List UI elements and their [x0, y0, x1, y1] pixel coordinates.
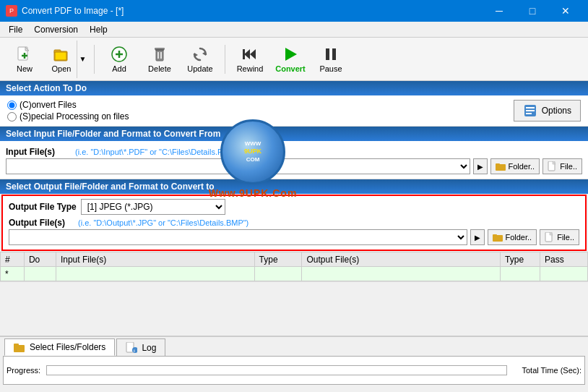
output-section: Output File Type [1] JPEG (*.JPG)[2] PNG…	[1, 195, 587, 251]
main-container: P Convert PDF to Image - [*] ─ □ ✕ File …	[0, 0, 588, 392]
maximize-button[interactable]: □	[516, 0, 549, 22]
tab-select-files[interactable]: Select Files/Folders	[4, 338, 115, 356]
svg-rect-11	[156, 50, 163, 61]
new-icon	[16, 46, 33, 63]
output-arrow-btn[interactable]: ▶	[470, 229, 485, 245]
output-file-label: File..	[557, 233, 574, 242]
input-folder-btn[interactable]: Folder..	[490, 158, 540, 174]
tab-select-files-label: Select Files/Folders	[30, 342, 105, 352]
pause-label: Pause	[319, 64, 342, 73]
tab-log[interactable]: i Log	[116, 338, 165, 356]
rewind-button[interactable]: Rewind	[231, 41, 269, 78]
options-button[interactable]: Options	[514, 100, 581, 122]
menu-file[interactable]: File	[3, 23, 28, 36]
folder-tab-icon	[14, 341, 25, 353]
open-button-group: Open ▼	[46, 41, 88, 78]
cell-input	[56, 267, 254, 281]
input-file-label: File..	[560, 162, 577, 171]
col-do: Do	[24, 252, 56, 267]
menu-bar: File Conversion Help	[0, 22, 588, 38]
total-time-label: Total Time (Sec):	[522, 366, 581, 375]
svg-rect-6	[55, 52, 66, 60]
input-file-dropdown[interactable]	[6, 158, 470, 174]
svg-rect-21	[326, 48, 329, 60]
svg-rect-22	[332, 48, 336, 60]
cell-num: *	[1, 267, 25, 281]
output-field-row: Output File(s) (i.e. "D:\Output\*.JPG" o…	[9, 218, 579, 228]
open-button[interactable]: Open	[46, 41, 77, 78]
pause-icon	[322, 46, 340, 63]
col-pass: Pass	[540, 252, 588, 267]
delete-icon	[151, 46, 168, 63]
title-bar-left: P Convert PDF to Image - [*]	[6, 5, 124, 17]
delete-label: Delete	[148, 64, 171, 73]
update-icon	[191, 46, 209, 63]
svg-rect-26	[526, 113, 532, 114]
add-button[interactable]: Add	[100, 41, 138, 78]
output-file-btn[interactable]: File..	[540, 229, 579, 245]
output-section-header: Select Output File/Folder and Format to …	[0, 179, 588, 194]
input-section: Input File(s) (i.e. "D:\Input\*.PDF" or …	[0, 141, 588, 179]
bottom-panel: Select Files/Folders i Log Progress: Tot…	[0, 336, 588, 392]
output-folder-label: Folder..	[505, 233, 532, 242]
pause-button[interactable]: Pause	[312, 41, 350, 78]
output-input-row: ▶ Folder.. File..	[9, 229, 579, 245]
input-field-hint: (i.e. "D:\Input\*.PDF" or "C:\Files\Deta…	[75, 148, 582, 156]
col-input: Input File(s)	[56, 252, 254, 267]
convert-files-label: (C)onvert Files	[20, 100, 77, 110]
svg-marker-18	[250, 49, 256, 59]
title-bar: P Convert PDF to Image - [*] ─ □ ✕	[0, 0, 588, 22]
menu-help[interactable]: Help	[84, 23, 113, 36]
update-button[interactable]: Update	[181, 41, 219, 78]
bottom-tabs: Select Files/Folders i Log	[0, 337, 588, 356]
data-table-section: # Do Input File(s) Type Output File(s) T…	[0, 252, 588, 282]
close-button[interactable]: ✕	[549, 0, 582, 22]
folder-icon-output	[493, 232, 503, 242]
input-field-label: Input File(s)	[6, 147, 71, 157]
input-field-row: Input File(s) (i.e. "D:\Input\*.PDF" or …	[6, 147, 582, 157]
open-dropdown-arrow[interactable]: ▼	[77, 41, 88, 78]
convert-label: Convert	[275, 64, 306, 73]
cell-output	[302, 267, 501, 281]
input-folder-label: Folder..	[508, 162, 535, 171]
output-file-dropdown[interactable]	[9, 229, 467, 245]
folder-icon-input	[496, 161, 506, 171]
rewind-label: Rewind	[237, 64, 264, 73]
toolbar: New Open ▼	[0, 38, 588, 81]
cell-outtype	[501, 267, 540, 281]
col-output: Output File(s)	[302, 252, 501, 267]
output-type-row: Output File Type [1] JPEG (*.JPG)[2] PNG…	[9, 199, 579, 215]
svg-marker-17	[244, 49, 250, 59]
input-section-header: Select Input File/Folder and Format to C…	[0, 127, 588, 141]
input-file-btn[interactable]: File..	[542, 158, 582, 174]
cell-do	[24, 267, 56, 281]
convert-button[interactable]: Convert	[272, 41, 309, 78]
output-type-dropdown[interactable]: [1] JPEG (*.JPG)[2] PNG (*.PNG)[3] BMP (…	[81, 199, 225, 215]
input-input-row: ▶ Folder.. File..	[6, 158, 582, 174]
minimize-button[interactable]: ─	[483, 0, 516, 22]
table-row: *	[1, 267, 588, 281]
svg-rect-32	[493, 234, 497, 237]
delete-button[interactable]: Delete	[141, 41, 178, 78]
action-section: (C)onvert Files (S)pecial Processing on …	[0, 95, 588, 127]
output-folder-btn[interactable]: Folder..	[488, 229, 537, 245]
svg-marker-15	[202, 51, 206, 56]
new-button[interactable]: New	[6, 41, 43, 78]
title-bar-controls: ─ □ ✕	[483, 0, 582, 22]
separator-1	[94, 45, 95, 74]
radio-group: (C)onvert Files (S)pecial Processing on …	[7, 100, 129, 122]
cell-type	[254, 267, 302, 281]
tab-log-label: Log	[142, 343, 156, 353]
convert-files-radio[interactable]	[7, 101, 17, 110]
output-field-hint: (i.e. "D:\Output\*.JPG" or "C:\Files\Det…	[78, 218, 579, 227]
data-table: # Do Input File(s) Type Output File(s) T…	[0, 252, 588, 281]
convert-icon	[282, 46, 299, 63]
special-radio[interactable]	[7, 112, 17, 122]
bottom-content: Progress: Total Time (Sec):	[3, 356, 585, 385]
col-type: Type	[254, 252, 302, 267]
input-arrow-btn[interactable]: ▶	[473, 158, 488, 174]
menu-conversion[interactable]: Conversion	[28, 23, 84, 36]
app-icon: P	[6, 5, 17, 17]
window-title: Convert PDF to Image - [*]	[22, 6, 124, 16]
cell-pass	[540, 267, 588, 281]
